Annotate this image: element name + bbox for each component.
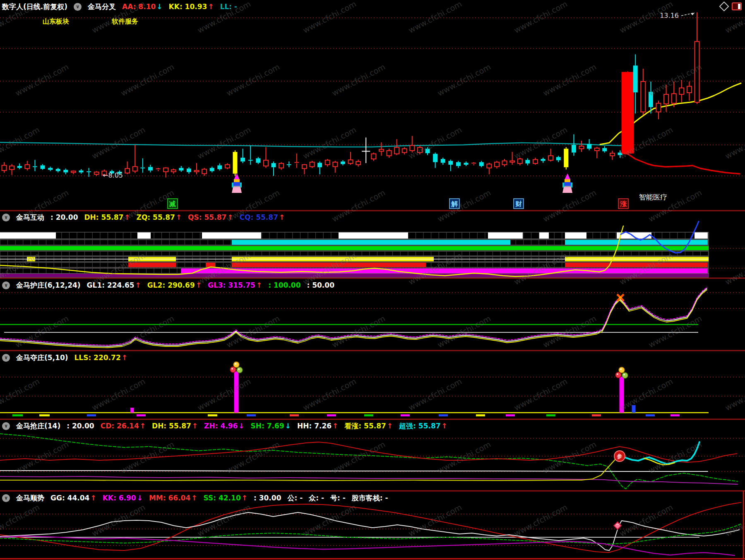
candle (348, 160, 353, 163)
ribbon-segment (137, 233, 151, 239)
collapse-chevron-icon[interactable]: ∨ (2, 422, 10, 430)
corner-toolbar (721, 2, 742, 10)
candle (2, 165, 7, 170)
signal-dash (12, 414, 23, 416)
header-field: CQ: 55.87↑ (240, 213, 285, 221)
header-field: QS: 55.87↑ (188, 213, 233, 221)
qz-white (0, 471, 708, 471)
candle (464, 163, 469, 165)
up-arrow-icon: ↑ (191, 494, 197, 502)
signal-dash (476, 414, 485, 416)
candle (333, 162, 337, 167)
header-field: : 20.00 (67, 422, 94, 430)
candle (495, 162, 499, 167)
signal-dash (592, 414, 601, 416)
svg-text:参: 参 (617, 453, 622, 459)
panel-values: : 20.00DH: 55.87↑ZQ: 55.87↑QS: 55.87↑CQ:… (50, 213, 285, 221)
ribbon-segment (206, 263, 215, 267)
down-arrow-icon: ↓ (285, 422, 291, 430)
up-arrow-icon: ↑ (442, 422, 447, 430)
svg-text:财: 财 (515, 200, 522, 208)
header-field: SS: 42.10↑ (204, 494, 248, 502)
candle (687, 87, 692, 93)
candle (656, 103, 661, 112)
signal-dash (208, 414, 217, 416)
candle (195, 171, 199, 172)
ribbon-segment (181, 269, 708, 274)
signal-dash (327, 414, 336, 416)
up-arrow-icon: ↑ (196, 281, 202, 289)
candle (410, 146, 414, 151)
candle (456, 162, 461, 166)
candle (587, 144, 591, 149)
header-field: SH: 7.69↓ (251, 422, 291, 430)
up-arrow-icon: ↑ (135, 281, 141, 289)
collapse-chevron-icon[interactable]: ∨ (74, 3, 82, 11)
ribbon-segment (0, 246, 709, 250)
candle (579, 146, 584, 149)
header-field: : 100.00 (268, 281, 300, 289)
header-field: GL2: 290.69↑ (147, 281, 202, 289)
diamond-icon[interactable] (719, 1, 729, 11)
up-arrow-icon: ↑ (208, 2, 214, 11)
ribbon-segment (232, 263, 426, 267)
candle (171, 170, 176, 172)
candle (63, 170, 68, 172)
signal-dash (290, 414, 299, 416)
header-field: ZQ: 55.87↑ (137, 213, 182, 221)
app-header: 数字人(日线.前复权) ∨ 金马分叉 AA: 8.10↓KK: 10.93↑LL… (2, 1, 237, 12)
candle (448, 161, 453, 165)
panel-header-jmdz: ∨ 金马夺庄(5,10) LLS: 220.72↑ (2, 352, 127, 363)
up-arrow-icon: ↑ (122, 353, 127, 362)
collapse-chevron-icon[interactable]: ∨ (2, 281, 10, 289)
signal-dash (87, 414, 96, 416)
candle (641, 82, 645, 112)
candle (418, 147, 422, 152)
candle (317, 163, 322, 167)
ribbon-segment (0, 274, 709, 277)
panel-header-jmhd: ∨ 金马互动 : 20.00DH: 55.87↑ZQ: 55.87↑QS: 55… (2, 212, 285, 223)
candle (256, 158, 260, 163)
svg-text:解: 解 (451, 200, 458, 208)
candle (302, 165, 307, 168)
ribbon-segment (202, 233, 261, 239)
up-arrow-icon: ↑ (242, 494, 248, 502)
up-arrow-icon: ↑ (279, 213, 285, 221)
candle (125, 168, 130, 173)
candle (387, 151, 392, 156)
candle (622, 72, 634, 154)
panel-header-jmqz: ∨ 金马抢庄(14) : 20.00CD: 26.14↑DH: 55.87↑ZH… (2, 421, 447, 431)
panel-values: : 20.00CD: 26.14↑DH: 55.87↑ZH: 4.96↓SH: … (67, 421, 447, 431)
candle (133, 167, 137, 171)
ribbon-segment (565, 233, 586, 239)
signal-dash (39, 414, 50, 416)
header-field: MM: 66.04↑ (149, 494, 197, 502)
panel-values: LLS: 220.72↑ (74, 353, 127, 362)
candle (94, 172, 99, 174)
up-arrow-icon: ↑ (90, 494, 96, 502)
panel-red-icon[interactable] (732, 2, 742, 10)
panel-header-jmhz: ∨ 金马护庄(6,12,24) GL1: 224.65↑GL2: 290.69↑… (2, 280, 334, 291)
spike-bar (620, 377, 624, 413)
app-header-values: AA: 8.10↓KK: 10.93↑LL: - (122, 2, 237, 11)
stock-title: 数字人(日线.前复权) (2, 2, 67, 12)
qz-red (0, 442, 737, 462)
collapse-chevron-icon[interactable]: ∨ (2, 214, 10, 221)
header-field: GL1: 224.65↑ (87, 281, 141, 289)
candle (272, 163, 276, 167)
candle (556, 157, 561, 160)
indicator-name: 金马分叉 (88, 2, 116, 12)
candle (433, 154, 437, 162)
down-arrow-icon: ↓ (156, 2, 162, 11)
ribbon-segment (565, 263, 708, 267)
spike-bar (130, 408, 134, 413)
svg-text:山东板块: 山东板块 (43, 17, 69, 25)
down-arrow-icon: ↓ (238, 422, 244, 430)
svg-text:涨: 涨 (620, 200, 627, 208)
candle (356, 161, 360, 165)
collapse-chevron-icon[interactable]: ∨ (2, 494, 10, 502)
collapse-chevron-icon[interactable]: ∨ (2, 354, 10, 362)
candle (679, 88, 684, 94)
header-field: 超强: 55.87↑ (399, 421, 447, 431)
signal-dash (646, 414, 655, 416)
